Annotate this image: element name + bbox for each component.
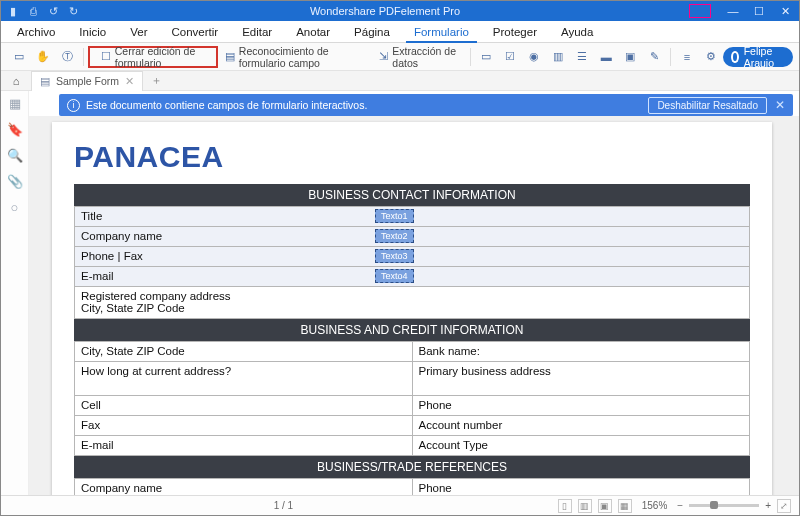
redo-icon[interactable]: ↻ <box>65 3 81 19</box>
field-label[interactable]: Account number <box>412 416 750 436</box>
field-label: City, State ZIP Code <box>81 302 743 314</box>
section-header-1: BUSINESS CONTACT INFORMATION <box>74 184 750 206</box>
menu-anotar[interactable]: Anotar <box>286 22 340 42</box>
table-row: Registered company address City, State Z… <box>75 287 750 319</box>
form-recognition-label: Reconocimiento de formulario campo <box>239 45 365 69</box>
button-field-icon[interactable]: ▬ <box>594 46 618 68</box>
field-label[interactable]: Fax <box>75 416 413 436</box>
zoom-percent[interactable]: 156% <box>642 500 668 511</box>
image-field-icon[interactable]: ▣ <box>618 46 642 68</box>
view-single-icon[interactable]: ▯ <box>558 499 572 513</box>
field-label[interactable]: City, State ZIP Code <box>75 342 413 362</box>
form-field-tag[interactable]: Texto1 <box>375 209 414 223</box>
field-label[interactable]: Phone <box>412 479 750 496</box>
view-facing-cont-icon[interactable]: ▦ <box>618 499 632 513</box>
field-label[interactable]: How long at current address? <box>75 362 413 396</box>
combo-field-icon[interactable]: ▥ <box>546 46 570 68</box>
mail-icon[interactable] <box>689 4 711 18</box>
field-label[interactable]: Primary business address <box>412 362 750 396</box>
signature-field-icon[interactable]: ✎ <box>642 46 666 68</box>
menu-convertir[interactable]: Convertir <box>161 22 228 42</box>
form-field-tag[interactable]: Texto2 <box>375 229 414 243</box>
credit-table: City, State ZIP Code Bank name: How long… <box>74 341 750 456</box>
search-icon[interactable]: 🔍 <box>7 147 23 163</box>
doc-tab-close-icon[interactable]: ✕ <box>125 75 134 88</box>
menu-archivo[interactable]: Archivo <box>7 22 65 42</box>
list-field-icon[interactable]: ☰ <box>570 46 594 68</box>
zoom-slider[interactable] <box>689 504 759 507</box>
banner-text: Este documento contiene campos de formul… <box>86 99 367 111</box>
maximize-button[interactable]: ☐ <box>747 2 771 20</box>
menu-editar[interactable]: Editar <box>232 22 282 42</box>
section-header-3: BUSINESS/TRADE REFERENCES <box>74 456 750 478</box>
doc-tab-icon: ▤ <box>40 75 50 87</box>
table-row: E-mail Account Type <box>75 436 750 456</box>
document-tabs-wrap: ⌂ ▤ Sample Form ✕ ＋ <box>1 71 799 91</box>
checkbox-field-icon[interactable]: ☑ <box>498 46 522 68</box>
home-tab-icon[interactable]: ⌂ <box>7 75 25 87</box>
close-form-edit-icon: ☐ <box>101 50 111 64</box>
zoom-in-icon[interactable]: + <box>765 500 771 511</box>
new-tab-button[interactable]: ＋ <box>143 73 170 88</box>
print-icon[interactable]: ⎙ <box>25 3 41 19</box>
undo-icon[interactable]: ↺ <box>45 3 61 19</box>
properties-icon[interactable]: ⚙ <box>699 46 723 68</box>
doc-tab[interactable]: ▤ Sample Form ✕ <box>31 71 143 91</box>
field-label[interactable]: Account Type <box>412 436 750 456</box>
zoom-out-icon[interactable]: − <box>677 500 683 511</box>
app-window: ▮ ⎙ ↺ ↻ Wondershare PDFelement Pro — ☐ ✕… <box>0 0 800 516</box>
radio-field-icon[interactable]: ◉ <box>522 46 546 68</box>
comments-icon[interactable]: ○ <box>7 199 23 215</box>
form-toolbar: ▭ ✋ Ⓣ ☐ Cerrar edición de formulario ▤ R… <box>1 43 799 71</box>
menu-pagina[interactable]: Página <box>344 22 400 42</box>
menu-inicio[interactable]: Inicio <box>69 22 116 42</box>
table-row: Title Texto1 <box>75 207 750 227</box>
view-continuous-icon[interactable]: ▥ <box>578 499 592 513</box>
select-tool-icon[interactable]: ▭ <box>7 46 31 68</box>
field-label[interactable]: Bank name: <box>412 342 750 362</box>
close-button[interactable]: ✕ <box>773 2 797 20</box>
text-field-icon[interactable]: ▭ <box>474 46 498 68</box>
align-icon[interactable]: ≡ <box>675 46 699 68</box>
separator <box>470 48 471 66</box>
menu-ayuda[interactable]: Ayuda <box>551 22 603 42</box>
menu-proteger[interactable]: Proteger <box>483 22 547 42</box>
field-label[interactable]: Company name <box>75 479 413 496</box>
banner-close-icon[interactable]: ✕ <box>775 98 785 112</box>
page-indicator[interactable]: 1 / 1 <box>274 500 293 511</box>
document-area[interactable]: PANACEA BUSINESS CONTACT INFORMATION Tit… <box>29 116 799 495</box>
window-title: Wondershare PDFelement Pro <box>81 5 689 17</box>
user-avatar-icon <box>731 51 739 63</box>
close-form-edit-button[interactable]: ☐ Cerrar edición de formulario <box>94 46 212 68</box>
bookmarks-icon[interactable]: 🔖 <box>7 121 23 137</box>
menu-formulario[interactable]: Formulario <box>404 22 479 42</box>
field-label: E-mail <box>81 270 114 282</box>
menu-bar: Archivo Inicio Ver Convertir Editar Anot… <box>1 21 799 43</box>
table-row: How long at current address? Primary bus… <box>75 362 750 396</box>
user-name: Felipe Araujo <box>744 45 783 69</box>
field-label[interactable]: Cell <box>75 396 413 416</box>
doc-tab-title: Sample Form <box>56 75 119 87</box>
text-select-icon[interactable]: Ⓣ <box>55 46 79 68</box>
menu-ver[interactable]: Ver <box>120 22 157 42</box>
thumbnails-icon[interactable]: ▦ <box>7 95 23 111</box>
field-label[interactable]: E-mail <box>75 436 413 456</box>
form-field-tag[interactable]: Texto4 <box>375 269 414 283</box>
minimize-button[interactable]: — <box>721 2 745 20</box>
hand-tool-icon[interactable]: ✋ <box>31 46 55 68</box>
disable-highlight-button[interactable]: Deshabilitar Resaltado <box>648 97 767 114</box>
table-row: E-mail Texto4 <box>75 267 750 287</box>
form-recognition-button[interactable]: ▤ Reconocimiento de formulario campo <box>218 46 372 68</box>
data-extraction-button[interactable]: ⇲ Extracción de datos <box>371 46 465 68</box>
form-field-tag[interactable]: Texto3 <box>375 249 414 263</box>
table-row: Company name Texto2 <box>75 227 750 247</box>
info-icon: i <box>67 99 80 112</box>
user-pill[interactable]: Felipe Araujo <box>723 47 793 67</box>
data-extraction-icon: ⇲ <box>378 50 388 64</box>
attachments-icon[interactable]: 📎 <box>7 173 23 189</box>
table-row: Phone | Fax Texto3 <box>75 247 750 267</box>
side-rail: ▦ 🔖 🔍 📎 ○ <box>1 91 29 495</box>
fullscreen-icon[interactable]: ⤢ <box>777 499 791 513</box>
view-facing-icon[interactable]: ▣ <box>598 499 612 513</box>
field-label[interactable]: Phone <box>412 396 750 416</box>
